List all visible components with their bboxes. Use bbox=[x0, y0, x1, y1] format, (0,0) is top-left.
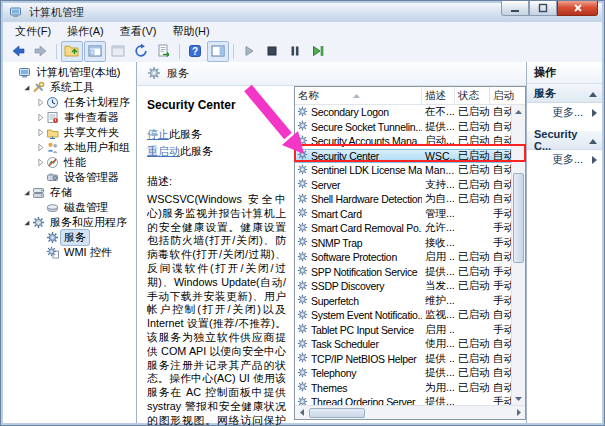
sidebar-item-storage[interactable]: 存储 bbox=[3, 185, 136, 200]
show-action-pane-icon[interactable] bbox=[207, 41, 229, 62]
collapse-toggle-icon[interactable] bbox=[20, 218, 32, 227]
horizontal-scroll-thumb[interactable] bbox=[309, 408, 365, 418]
sidebar-item-services-and-applications[interactable]: 服务和应用程序 bbox=[3, 215, 136, 230]
vertical-scroll-thumb[interactable] bbox=[513, 173, 524, 263]
sidebar-item-label: 性能 bbox=[61, 155, 89, 170]
service-name-cell: Superfetch bbox=[295, 294, 422, 307]
restart-service-link[interactable]: 重启动 bbox=[147, 145, 180, 157]
result-pane-body: Security Center 停止此服务 重启动此服务 描述: WSCSVC(… bbox=[137, 86, 526, 423]
gear-icon bbox=[147, 66, 161, 82]
selected-service-name: Security Center bbox=[147, 98, 286, 112]
sidebar-item-computer-management[interactable]: 计算机管理(本地) bbox=[3, 65, 136, 80]
service-row[interactable]: Telephony提供...已启动自动 bbox=[295, 366, 511, 381]
sidebar-item-shared-folders[interactable]: 共享文件夹 bbox=[3, 125, 136, 140]
column-header-status[interactable]: 状态 bbox=[455, 87, 490, 104]
expand-toggle-icon[interactable] bbox=[34, 158, 46, 167]
service-row[interactable]: System Event Notificatio...监视...已启动自动 bbox=[295, 308, 511, 323]
expand-toggle-icon[interactable] bbox=[34, 128, 46, 137]
gear-icon bbox=[46, 231, 61, 244]
sidebar-item-label: WMI 控件 bbox=[61, 245, 115, 260]
minimize-button[interactable] bbox=[501, 1, 529, 16]
sidebar-item-event-viewer[interactable]: 事件查看器 bbox=[3, 110, 136, 125]
expand-toggle-icon[interactable] bbox=[34, 98, 46, 107]
scroll-left-icon[interactable] bbox=[295, 406, 308, 419]
service-row[interactable]: Secure Socket Tunnelin...提供...已启动自动 bbox=[295, 120, 511, 135]
service-row[interactable]: Shell Hardware Detection为自...已启动自动 bbox=[295, 192, 511, 207]
refresh-icon[interactable] bbox=[130, 41, 152, 62]
service-row[interactable]: SPP Notification Service提供...已启动手动 bbox=[295, 265, 511, 280]
sidebar-item-disk-management[interactable]: 磁盘管理 bbox=[3, 200, 136, 215]
scroll-up-icon[interactable] bbox=[512, 105, 525, 118]
column-header-startup-type[interactable]: 启动 bbox=[490, 87, 525, 104]
service-row[interactable]: SSDP Discovery当发...已启动手动 bbox=[295, 279, 511, 294]
show-console-tree-icon[interactable] bbox=[84, 41, 106, 62]
service-row[interactable]: Smart Card Removal Po...允许...手动 bbox=[295, 221, 511, 236]
service-row[interactable]: Security Accounts Mana...启动...已启动自动 bbox=[295, 134, 511, 149]
stop-service-link[interactable]: 停止 bbox=[147, 128, 169, 140]
service-row[interactable]: Thread Ordering Server提供...手动 bbox=[295, 395, 511, 405]
service-row[interactable]: Server支持...已启动自动 bbox=[295, 178, 511, 193]
pause-service-icon[interactable] bbox=[284, 41, 306, 62]
service-row[interactable]: Secondary Logon在不...已启动自动 bbox=[295, 105, 511, 120]
service-row[interactable]: Themes为用...已启动自动 bbox=[295, 381, 511, 396]
more-actions-item[interactable]: 更多... bbox=[527, 150, 602, 169]
window-icon[interactable] bbox=[107, 41, 129, 62]
column-header-name[interactable]: 名称 bbox=[295, 87, 422, 104]
menu-view[interactable]: 查看(V) bbox=[112, 22, 165, 41]
service-name: Secondary Logon bbox=[311, 106, 389, 118]
menu-action[interactable]: 操作(A) bbox=[59, 22, 112, 41]
sidebar-item-performance[interactable]: 性能 bbox=[3, 155, 136, 170]
service-name-cell: Telephony bbox=[295, 367, 422, 380]
service-row[interactable]: Tablet PC Input Service启用 ...手动 bbox=[295, 323, 511, 338]
extended-view-pane: Security Center 停止此服务 重启动此服务 描述: WSCSVC(… bbox=[137, 86, 294, 423]
actions-section-header[interactable]: Security C... bbox=[527, 131, 602, 150]
collapse-toggle-icon[interactable] bbox=[20, 188, 32, 197]
service-row[interactable]: Task Scheduler使用...已启动自动 bbox=[295, 337, 511, 352]
service-description-cell: 启用 ... bbox=[422, 323, 455, 337]
back-icon[interactable] bbox=[7, 41, 29, 62]
close-button[interactable] bbox=[557, 1, 598, 16]
sidebar-item-system-tools[interactable]: 系统工具 bbox=[3, 80, 136, 95]
menu-help[interactable]: 帮助(H) bbox=[164, 22, 217, 41]
window-controls bbox=[501, 1, 598, 16]
vertical-scrollbar[interactable] bbox=[511, 105, 525, 405]
actions-pane-body: 服务更多...Security C...更多... bbox=[527, 84, 602, 169]
more-actions-item[interactable]: 更多... bbox=[527, 103, 602, 122]
service-description-cell: 在不... bbox=[422, 105, 455, 119]
expand-toggle-icon[interactable] bbox=[34, 113, 46, 122]
scroll-down-icon[interactable] bbox=[512, 392, 525, 405]
chevron-up-icon[interactable] bbox=[589, 134, 597, 146]
service-row[interactable]: Sentinel LDK License Ma...Man...已启动自动 bbox=[295, 163, 511, 178]
service-startup-cell: 自动 bbox=[490, 178, 511, 192]
sidebar-item-wmi-control[interactable]: WMI 控件 bbox=[3, 245, 136, 260]
service-row[interactable]: Superfetch维护...手动 bbox=[295, 294, 511, 309]
collapse-toggle-icon[interactable] bbox=[20, 83, 32, 92]
chevron-up-icon[interactable] bbox=[589, 87, 597, 99]
service-row[interactable]: TCP/IP NetBIOS Helper提供 ...已启动自动 bbox=[295, 352, 511, 367]
service-row[interactable]: Smart Card管理...手动 bbox=[295, 207, 511, 222]
maximize-button[interactable] bbox=[529, 1, 557, 16]
help-icon[interactable]: ? bbox=[184, 41, 206, 62]
expand-toggle-icon[interactable] bbox=[34, 143, 46, 152]
service-name-cell: Smart Card Removal Po... bbox=[295, 222, 422, 235]
service-row[interactable]: Software Protection启用 ...已启动自动 bbox=[295, 250, 511, 265]
export-list-icon[interactable] bbox=[153, 41, 175, 62]
sidebar-item-device-manager[interactable]: 设备管理器 bbox=[3, 170, 136, 185]
service-name-cell: Security Center bbox=[295, 149, 422, 162]
service-row[interactable]: Security CenterWSC...已启动自动 bbox=[295, 149, 511, 164]
sidebar-item-services[interactable]: 服务 bbox=[3, 230, 136, 245]
start-service-icon[interactable] bbox=[238, 41, 260, 62]
stop-service-icon[interactable] bbox=[261, 41, 283, 62]
sidebar-item-task-scheduler[interactable]: 任务计划程序 bbox=[3, 95, 136, 110]
service-description-cell: 使用... bbox=[422, 337, 455, 351]
sidebar-item-local-users-groups[interactable]: 本地用户和组 bbox=[3, 140, 136, 155]
up-one-level-icon[interactable] bbox=[61, 41, 83, 62]
forward-icon[interactable] bbox=[30, 41, 52, 62]
menu-file[interactable]: 文件(F) bbox=[7, 22, 59, 41]
actions-section-header[interactable]: 服务 bbox=[527, 84, 602, 103]
restart-service-icon[interactable] bbox=[307, 41, 329, 62]
column-header-description[interactable]: 描述 bbox=[422, 87, 455, 104]
horizontal-scrollbar[interactable] bbox=[295, 405, 525, 419]
service-row[interactable]: SNMP Trap接收...手动 bbox=[295, 236, 511, 251]
scroll-right-icon[interactable] bbox=[512, 406, 525, 419]
